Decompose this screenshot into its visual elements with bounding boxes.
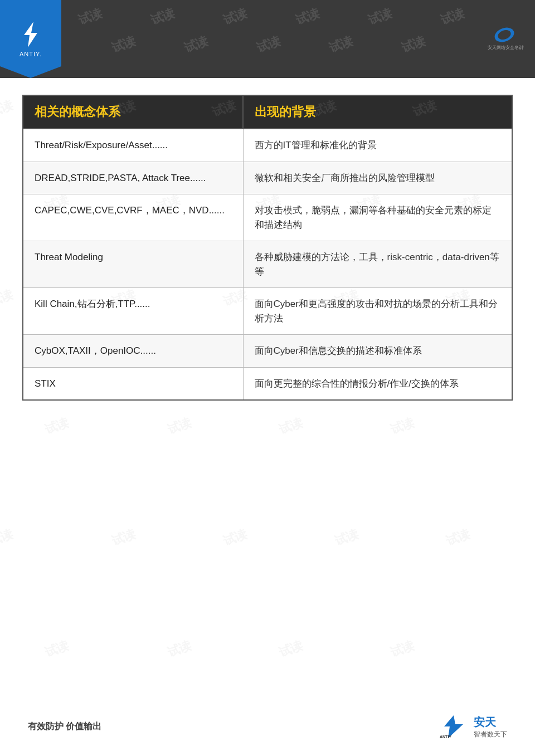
table-header-row: 相关的概念体系 出现的背景 xyxy=(23,95,512,129)
concept-table: 相关的概念体系 出现的背景 Threat/Risk/Exposure/Asset… xyxy=(22,95,513,401)
table-cell-left: Kill Chain,钻石分析,TTP...... xyxy=(23,288,243,335)
watermark: 试读 xyxy=(109,32,138,56)
header-right-brand: 安天网络安全冬训营第四期 xyxy=(485,24,524,55)
body-watermark: 试读 xyxy=(388,637,417,661)
table-cell-left: DREAD,STRIDE,PASTA, Attack Tree...... xyxy=(23,162,243,194)
page-wrapper: ANTIY. 试读 试读 试读 试读 试读 试读 试读 试读 试读 试读 试读 xyxy=(0,0,535,756)
watermark: 试读 xyxy=(182,32,211,56)
table-row: CybOX,TAXII，OpenIOC......面向Cyber和信息交换的描述… xyxy=(23,335,512,368)
logo-icon xyxy=(20,21,42,48)
watermark: 试读 xyxy=(438,4,467,28)
body-watermark: 试读 xyxy=(42,637,71,661)
footer: 有效防护 价值输出 ANTIY 安天 智者数天下 xyxy=(0,714,535,739)
watermark: 试读 xyxy=(293,4,322,28)
watermark: 试读 xyxy=(399,32,428,56)
body-watermark: 试读 xyxy=(42,414,71,438)
logo-text: ANTIY. xyxy=(20,51,42,57)
body-watermark: 试读 xyxy=(165,637,194,661)
table-row: STIX面向更完整的综合性的情报分析/作业/交换的体系 xyxy=(23,367,512,400)
logo-box: ANTIY. xyxy=(0,0,61,78)
table-row: Threat Modeling各种威胁建模的方法论，工具，risk-centri… xyxy=(23,241,512,288)
watermark: 试读 xyxy=(221,4,250,28)
col2-header: 出现的背景 xyxy=(243,95,512,129)
table-cell-right: 微软和相关安全厂商所推出的风险管理模型 xyxy=(243,162,512,194)
table-cell-left: CybOX,TAXII，OpenIOC...... xyxy=(23,335,243,368)
table-cell-left: CAPEC,CWE,CVE,CVRF，MAEC，NVD...... xyxy=(23,194,243,241)
body-watermark: 试读 xyxy=(332,525,361,549)
table-cell-left: Threat/Risk/Exposure/Asset...... xyxy=(23,129,243,162)
body-watermark: 试读 xyxy=(221,525,250,549)
svg-text:ANTIY: ANTIY xyxy=(440,735,451,739)
table-cell-right: 西方的IT管理和标准化的背景 xyxy=(243,129,512,162)
table-row: DREAD,STRIDE,PASTA, Attack Tree......微软和… xyxy=(23,162,512,194)
header-brand-icon: 安天网络安全冬训营第四期 xyxy=(485,24,524,55)
watermark: 试读 xyxy=(327,32,356,56)
body-watermark: 试读 xyxy=(276,414,305,438)
table-cell-right: 对攻击模式，脆弱点，漏洞等各种基础的安全元素的标定和描述结构 xyxy=(243,194,512,241)
table-cell-left: Threat Modeling xyxy=(23,241,243,288)
watermark: 试读 xyxy=(76,4,105,28)
col1-header: 相关的概念体系 xyxy=(23,95,243,129)
main-content: 相关的概念体系 出现的背景 Threat/Risk/Exposure/Asset… xyxy=(0,78,535,417)
header-watermark-area: 试读 试读 试读 试读 试读 试读 试读 试读 试读 试读 试读 xyxy=(61,0,535,78)
footer-brand-sub: 智者数天下 xyxy=(474,730,507,739)
footer-brand: ANTIY 安天 智者数天下 xyxy=(439,714,507,739)
table-row: Threat/Risk/Exposure/Asset......西方的IT管理和… xyxy=(23,129,512,162)
table-cell-right: 各种威胁建模的方法论，工具，risk-centric，data-driven等等 xyxy=(243,241,512,288)
svg-marker-0 xyxy=(24,22,37,47)
watermark: 试读 xyxy=(254,32,283,56)
footer-brand-texts: 安天 智者数天下 xyxy=(474,715,507,739)
table-cell-left: STIX xyxy=(23,367,243,400)
table-row: Kill Chain,钻石分析,TTP......面向Cyber和更高强度的攻击… xyxy=(23,288,512,335)
table-cell-right: 面向更完整的综合性的情报分析/作业/交换的体系 xyxy=(243,367,512,400)
footer-brand-name: 安天 xyxy=(474,715,507,730)
watermark: 试读 xyxy=(148,4,177,28)
body-watermark: 试读 xyxy=(0,525,16,549)
body-watermark: 试读 xyxy=(276,637,305,661)
footer-logo-icon: ANTIY xyxy=(439,714,469,739)
body-watermark: 试读 xyxy=(109,525,138,549)
svg-text:安天网络安全冬训营第四期: 安天网络安全冬训营第四期 xyxy=(488,45,524,50)
footer-left-text: 有效防护 价值输出 xyxy=(28,721,101,733)
body-watermark: 试读 xyxy=(165,414,194,438)
watermark: 试读 xyxy=(366,4,395,28)
table-row: CAPEC,CWE,CVE,CVRF，MAEC，NVD......对攻击模式，脆… xyxy=(23,194,512,241)
table-cell-right: 面向Cyber和信息交换的描述和标准体系 xyxy=(243,335,512,368)
body-watermark: 试读 xyxy=(444,525,473,549)
header: ANTIY. 试读 试读 试读 试读 试读 试读 试读 试读 试读 试读 试读 xyxy=(0,0,535,78)
table-cell-right: 面向Cyber和更高强度的攻击和对抗的场景的分析工具和分析方法 xyxy=(243,288,512,335)
body-watermark: 试读 xyxy=(388,414,417,438)
